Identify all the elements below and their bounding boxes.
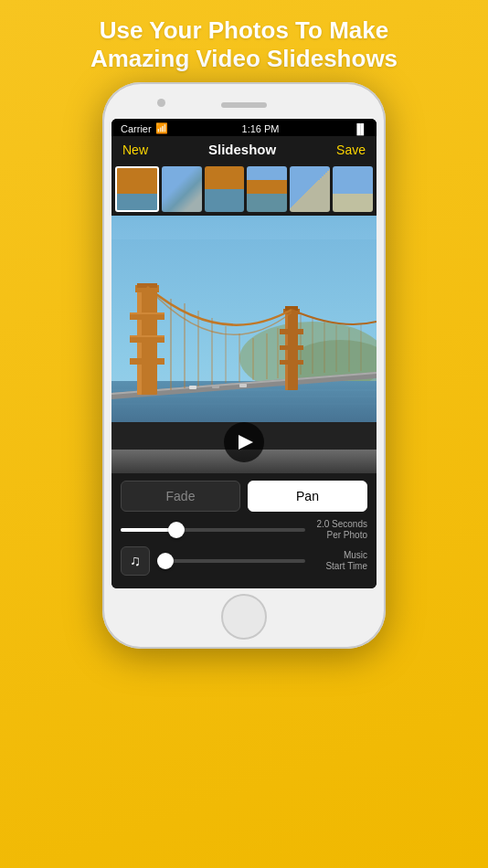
thumbnail-1[interactable]	[115, 166, 159, 212]
fade-button[interactable]: Fade	[121, 481, 240, 512]
transition-buttons: Fade Pan	[121, 481, 367, 512]
phone-screen: Carrier 📶 1:16 PM ▐▌ New Slideshow Save	[111, 119, 377, 588]
seconds-slider-thumb[interactable]	[168, 522, 185, 538]
status-left: Carrier 📶	[121, 122, 168, 134]
controls-area: Fade Pan 2.0 Seconds Per Photo	[111, 473, 377, 588]
music-slider-track[interactable]	[157, 559, 305, 563]
svg-rect-41	[189, 386, 196, 389]
svg-rect-15	[130, 358, 164, 365]
status-bar: Carrier 📶 1:16 PM ▐▌	[111, 119, 377, 136]
thumbnail-strip	[111, 163, 377, 216]
phone-shell: Carrier 📶 1:16 PM ▐▌ New Slideshow Save	[102, 82, 386, 649]
svg-rect-12	[130, 312, 164, 314]
svg-rect-20	[280, 329, 303, 334]
thumbnail-6[interactable]	[333, 166, 373, 212]
svg-rect-19	[285, 312, 288, 390]
music-label-line2: Start Time	[313, 561, 367, 572]
svg-rect-22	[280, 360, 303, 365]
thumbnail-3[interactable]	[205, 166, 245, 212]
headline: Use Your Photos To Make Amazing Video Sl…	[63, 0, 425, 82]
seconds-label-line2: Per Photo	[313, 530, 367, 541]
front-camera	[157, 99, 165, 107]
nav-bar: New Slideshow Save	[111, 136, 377, 163]
wifi-icon: 📶	[155, 122, 168, 134]
pan-label: Pan	[296, 489, 319, 503]
home-button[interactable]	[221, 594, 267, 640]
play-icon	[239, 435, 253, 450]
play-button[interactable]	[224, 422, 264, 462]
speaker-grille	[221, 102, 267, 108]
music-slider-thumb[interactable]	[157, 553, 174, 569]
music-start-label: Music Start Time	[313, 550, 367, 572]
thumbnail-4[interactable]	[247, 166, 287, 212]
seconds-per-photo-row: 2.0 Seconds Per Photo	[121, 519, 367, 541]
nav-title: Slideshow	[208, 142, 276, 157]
new-button[interactable]: New	[122, 143, 148, 157]
svg-rect-14	[130, 335, 164, 337]
pan-button[interactable]: Pan	[248, 481, 367, 512]
music-icon-box[interactable]: ♫	[121, 546, 150, 576]
carrier-label: Carrier	[121, 123, 152, 134]
music-start-row: ♫ Music Start Time	[121, 546, 367, 576]
svg-rect-21	[280, 345, 303, 350]
save-button[interactable]: Save	[336, 143, 366, 157]
music-note-icon: ♫	[130, 553, 141, 569]
headline-line1: Use Your Photos To Make	[100, 16, 388, 44]
music-label-line1: Music	[313, 550, 367, 561]
headline-line2: Amazing Video Slideshows	[90, 45, 398, 72]
fade-label: Fade	[166, 489, 196, 503]
seconds-per-photo-label: 2.0 Seconds Per Photo	[313, 519, 367, 541]
battery-icon: ▐▌	[353, 123, 367, 134]
time-label: 1:16 PM	[242, 123, 280, 134]
svg-rect-42	[212, 385, 219, 388]
main-preview	[111, 216, 377, 473]
svg-rect-43	[239, 384, 247, 387]
phone-top	[110, 95, 378, 115]
seconds-label-line1: 2.0 Seconds	[313, 519, 367, 530]
thumbnail-5[interactable]	[290, 166, 330, 212]
thumbnail-2[interactable]	[162, 166, 202, 212]
seconds-slider-track[interactable]	[121, 528, 305, 532]
